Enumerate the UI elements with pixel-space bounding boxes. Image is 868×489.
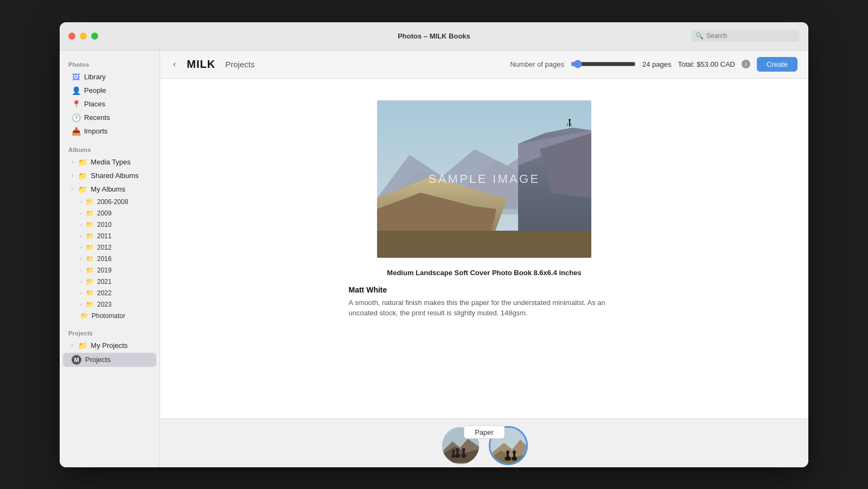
chevron-right-icon: › [80, 211, 82, 216]
sidebar-item-2012[interactable]: › 📁 2012 [63, 242, 156, 253]
chevron-right-icon: › [80, 233, 82, 239]
sidebar-item-label: My Albums [91, 185, 125, 193]
book-cover-image: SAMPLE IMAGE [377, 100, 591, 258]
sidebar-item-label: People [84, 86, 106, 94]
content-header: ‹ MILK Projects Number of pages 24 pages… [160, 50, 808, 79]
chevron-down-icon: › [69, 188, 75, 190]
sidebar-item-library[interactable]: 🖼 Library [63, 71, 156, 84]
imports-icon: 📥 [72, 127, 80, 136]
chevron-right-icon: › [80, 256, 82, 262]
svg-point-21 [462, 448, 465, 452]
chevron-right-icon: › [72, 159, 73, 165]
sidebar-item-2019[interactable]: › 📁 2019 [63, 265, 156, 276]
back-arrow-icon: ‹ [173, 59, 176, 69]
header-controls: Number of pages 24 pages Total: $53.00 C… [510, 57, 797, 72]
brand-logo: MILK [187, 58, 215, 71]
chevron-right-icon: › [72, 173, 73, 179]
info-icon[interactable]: i [742, 60, 750, 68]
sidebar-item-imports[interactable]: 📥 Imports [63, 125, 156, 138]
sidebar-item-label: 2009 [97, 209, 112, 217]
folder-icon: 📁 [78, 341, 87, 350]
svg-point-18 [456, 448, 459, 452]
sidebar-item-label: 2019 [97, 266, 112, 274]
minimize-button[interactable] [80, 33, 87, 40]
sidebar-item-label: 2011 [97, 232, 112, 240]
svg-rect-9 [569, 121, 570, 126]
titlebar: Photos – MILK Books 🔍 [60, 22, 808, 50]
folder-icon: 📁 [86, 278, 93, 285]
svg-rect-32 [513, 453, 515, 459]
sidebar: Photos 🖼 Library 👤 People 📍 Places 🕐 Rec… [60, 50, 160, 467]
sidebar-item-my-albums[interactable]: › 📁 My Albums [63, 183, 156, 196]
sidebar-item-2023[interactable]: › 📁 2023 [63, 299, 156, 310]
sidebar-item-places[interactable]: 📍 Places [63, 98, 156, 111]
sidebar-item-label: 2012 [97, 244, 112, 251]
pages-count: 24 pages [642, 60, 672, 68]
paper-tab-button[interactable]: Paper [463, 426, 505, 439]
chevron-right-icon: › [80, 268, 82, 273]
create-button[interactable]: Create [757, 57, 797, 72]
content-body: SAMPLE IMAGE Medium Landscape Soft Cover… [160, 79, 808, 418]
projects-avatar-icon: M [72, 355, 81, 365]
projects-section-label: Projects [60, 326, 159, 339]
sidebar-item-label: Imports [84, 127, 107, 135]
sidebar-item-media-types[interactable]: › 📁 Media Types [63, 156, 156, 169]
sidebar-item-2021[interactable]: › 📁 2021 [63, 276, 156, 287]
sidebar-item-label: Photomator [92, 312, 125, 320]
svg-point-10 [569, 119, 571, 121]
sidebar-item-2010[interactable]: › 📁 2010 [63, 219, 156, 230]
content-area: ‹ MILK Projects Number of pages 24 pages… [160, 50, 808, 467]
back-button[interactable]: ‹ [171, 57, 178, 71]
folder-icon: 📁 [78, 185, 87, 194]
svg-point-24 [452, 449, 455, 452]
sidebar-item-shared-albums[interactable]: › 📁 Shared Albums [63, 169, 156, 182]
sidebar-item-label: Projects [85, 355, 111, 364]
sidebar-item-projects-active[interactable]: M Projects [63, 353, 156, 367]
chevron-down-icon: › [69, 345, 75, 346]
chevron-right-icon: › [80, 290, 82, 296]
svg-rect-23 [452, 452, 454, 456]
search-bar[interactable]: 🔍 [691, 30, 800, 42]
chevron-right-icon: › [80, 199, 82, 205]
places-icon: 📍 [72, 100, 80, 109]
sidebar-item-2016[interactable]: › 📁 2016 [63, 253, 156, 264]
sidebar-item-label: 2016 [97, 255, 112, 263]
photomator-icon: 📁 [80, 312, 88, 320]
folder-icon: 📁 [86, 221, 93, 228]
pages-label: Number of pages [510, 60, 564, 68]
sidebar-item-label: Media Types [91, 158, 130, 166]
folder-icon: 📁 [86, 232, 93, 240]
svg-rect-29 [507, 453, 509, 459]
sidebar-item-label: Places [84, 100, 105, 108]
close-button[interactable] [68, 33, 75, 40]
sidebar-item-people[interactable]: 👤 People [63, 84, 156, 97]
chevron-right-icon: › [80, 302, 82, 307]
sidebar-item-recents[interactable]: 🕐 Recents [63, 111, 156, 124]
total-label: Total: $53.00 CAD [678, 60, 735, 68]
maximize-button[interactable] [91, 33, 98, 40]
folder-icon: 📁 [86, 289, 93, 297]
svg-rect-17 [456, 450, 458, 455]
sidebar-item-2011[interactable]: › 📁 2011 [63, 231, 156, 242]
folder-icon: 📁 [86, 198, 93, 206]
pages-slider[interactable] [571, 60, 636, 68]
sidebar-item-label: 2022 [97, 289, 112, 297]
sidebar-item-2009[interactable]: › 📁 2009 [63, 208, 156, 219]
sidebar-item-2022[interactable]: › 📁 2022 [63, 288, 156, 299]
sidebar-item-my-projects[interactable]: › 📁 My Projects [63, 339, 156, 352]
book-title: Medium Landscape Soft Cover Photo Book 8… [387, 269, 581, 277]
svg-rect-8 [377, 231, 591, 258]
albums-section-label: Albums [60, 142, 159, 155]
svg-point-33 [513, 450, 516, 454]
sidebar-item-label: Recents [84, 113, 110, 122]
search-input[interactable] [706, 32, 795, 40]
sidebar-item-2006-2008[interactable]: › 📁 2006-2008 [63, 196, 156, 207]
sidebar-item-label: Shared Albums [91, 172, 138, 180]
book-image-container: SAMPLE IMAGE [377, 100, 591, 258]
search-icon: 🔍 [695, 32, 704, 40]
folder-icon: 📁 [78, 158, 87, 167]
sidebar-item-photomator[interactable]: 📁 Photomator [63, 310, 156, 321]
sidebar-item-label: Library [84, 73, 106, 81]
sidebar-item-label: 2010 [97, 221, 112, 228]
folder-icon: 📁 [86, 244, 93, 251]
